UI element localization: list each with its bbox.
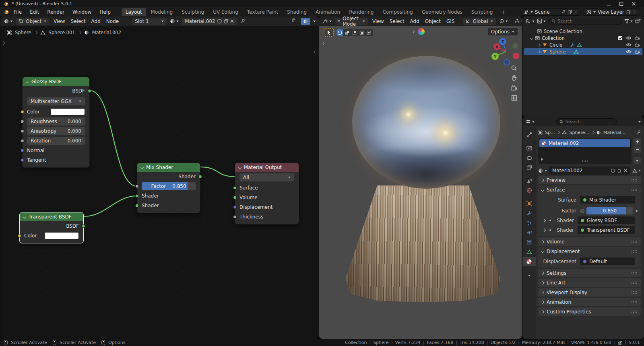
material-slot-active[interactable]: Material.002 [539, 139, 630, 147]
panel-viewport-display[interactable]: Viewport Display [538, 288, 641, 297]
menu-window[interactable]: Window [69, 8, 95, 16]
socket-thickness-input[interactable] [233, 215, 237, 219]
material-name-field[interactable]: Material.002 [182, 18, 236, 25]
menu-edit[interactable]: Edit [26, 8, 43, 16]
viewport-menu-add[interactable]: Add [409, 19, 421, 24]
shader-menu-add[interactable]: Add [90, 19, 102, 24]
node-mix-shader[interactable]: Mix Shader Shader Factor 0.850 Shader Sh… [137, 163, 200, 213]
new-scene-icon[interactable] [568, 10, 572, 14]
view-layer-selector[interactable]: View Layer [584, 8, 639, 16]
viewport-menu-gis[interactable]: GIS [445, 19, 456, 24]
outliner-row-collection[interactable]: Collection [524, 35, 642, 41]
browse-material-dropdown[interactable] [538, 168, 547, 173]
slot-list-expand-icon[interactable] [541, 157, 543, 162]
socket-surface-input[interactable] [233, 186, 237, 190]
factor-slider[interactable]: Factor 0.850 [142, 182, 196, 190]
mode-dropdown[interactable]: Object Mode [335, 18, 368, 25]
workspace-tab-modeling[interactable]: Modeling [147, 8, 177, 16]
node-glossy-header[interactable]: Glossy BSDF [23, 77, 89, 86]
snap-pivot-dropdown[interactable] [499, 19, 508, 24]
filter-dropdown[interactable] [624, 19, 633, 24]
roughness-slider[interactable]: Roughness 0.000 [27, 117, 85, 126]
node-canvas[interactable]: Sphere Sphere.001 Material.002 Gloss [0, 26, 319, 339]
blender-app-menu-icon[interactable] [3, 9, 9, 15]
select-mode-invert[interactable] [358, 29, 365, 36]
expand-icon[interactable] [537, 43, 541, 46]
pin-id-icon[interactable] [636, 130, 641, 135]
tab-physics[interactable] [522, 228, 536, 237]
socket-displacement-input[interactable] [233, 206, 237, 209]
add-material-slot-button[interactable] [634, 138, 641, 145]
viewport-toolbar-toggle-arrow[interactable] [321, 42, 324, 45]
tab-material[interactable] [522, 257, 536, 266]
socket-bsdf-output[interactable] [88, 89, 91, 93]
pin-material-icon[interactable] [240, 19, 245, 24]
new-view-layer-icon[interactable] [626, 10, 631, 14]
material-slot-dropdown[interactable]: Slot 1 [132, 18, 167, 25]
rotation-slider[interactable]: Rotation 0.000 [27, 137, 85, 145]
menu-help[interactable]: Help [96, 8, 114, 16]
tab-particles[interactable] [522, 218, 536, 228]
pan-hand-icon[interactable] [510, 74, 518, 82]
viewport-menu-select[interactable]: Select [388, 19, 406, 24]
panel-line-art[interactable]: Line Art [538, 278, 641, 287]
gizmo-ball-icon[interactable] [418, 28, 425, 35]
gizmo-axis-z-neg[interactable] [504, 60, 510, 65]
socket-factor-input[interactable] [135, 185, 139, 188]
workspace-tab-compositing[interactable]: Compositing [378, 8, 417, 16]
outliner-row-circle[interactable]: Circle [524, 41, 642, 48]
editor-type-dropdown[interactable] [322, 19, 332, 24]
properties-search[interactable] [556, 118, 617, 125]
shader-menu-select[interactable]: Select [70, 19, 87, 24]
animate-decorator-dot[interactable] [636, 210, 638, 212]
scene-selector[interactable]: Scene [521, 8, 580, 16]
shader-type-dropdown[interactable]: Object [16, 18, 49, 25]
fake-user-shield-icon[interactable] [217, 19, 222, 24]
tab-tool[interactable] [522, 130, 536, 140]
shader-menu-node[interactable]: Node [105, 19, 120, 24]
crumb-object[interactable]: Sp... [545, 130, 555, 135]
workspace-tab-sculpting[interactable]: Sculpting [178, 8, 208, 16]
navigation-gizmo[interactable]: Z X Y [490, 36, 522, 67]
gizmo-axis-y-neg[interactable] [512, 43, 518, 49]
workspace-tab-scripting[interactable]: Scripting [467, 8, 497, 16]
menu-render[interactable]: Render [43, 8, 68, 16]
node-material-output[interactable]: Material Output All Surface Volume Displ… [235, 163, 299, 224]
expand-shader2-icon[interactable] [543, 228, 546, 231]
node-output-header[interactable]: Material Output [235, 163, 299, 172]
socket-bsdf-output[interactable] [82, 224, 85, 228]
close-button[interactable] [632, 2, 636, 6]
hide-eye-icon[interactable] [626, 43, 632, 47]
displacement-field[interactable]: Default [580, 257, 635, 265]
menu-file[interactable]: File [10, 8, 25, 16]
outliner-row-sphere[interactable]: Sphere [524, 48, 642, 55]
select-mode-subtract[interactable] [351, 29, 358, 36]
tab-render[interactable] [522, 143, 536, 153]
display-mode-dropdown[interactable] [537, 19, 546, 24]
fake-user-shield-icon[interactable] [611, 169, 615, 173]
overlays-toggle[interactable] [301, 18, 310, 25]
crumb-mesh[interactable]: Sphere... [569, 130, 589, 135]
editor-type-dropdown[interactable] [526, 119, 535, 124]
properties-options-dropdown[interactable] [638, 121, 641, 123]
workspace-tab-texture-paint[interactable]: Texture Paint [243, 8, 282, 16]
tab-constraints[interactable] [522, 237, 536, 247]
socket-color-input[interactable] [18, 234, 21, 238]
shader-menu-view[interactable]: View [52, 19, 66, 24]
distribution-dropdown[interactable]: Multiscatter GGX [27, 97, 85, 105]
new-collection-icon[interactable] [635, 19, 641, 24]
viewport-menu-object[interactable]: Object [424, 19, 442, 24]
socket-shader1-input[interactable] [135, 194, 139, 198]
collapse-icon[interactable] [23, 215, 26, 218]
tab-object-data[interactable] [522, 247, 536, 257]
editor-type-dropdown[interactable] [4, 19, 13, 24]
socket-normal-input[interactable] [21, 149, 24, 152]
slot-specials-dropdown[interactable] [634, 157, 641, 164]
hide-eye-icon[interactable] [626, 36, 632, 40]
outliner-search-input[interactable] [557, 19, 619, 24]
render-visibility-camera-icon[interactable] [635, 50, 640, 54]
collapse-icon[interactable] [238, 166, 242, 169]
copy-material-icon[interactable] [224, 19, 228, 24]
checkbox-icon[interactable] [618, 36, 623, 41]
panel-preview[interactable]: Preview [538, 176, 641, 184]
